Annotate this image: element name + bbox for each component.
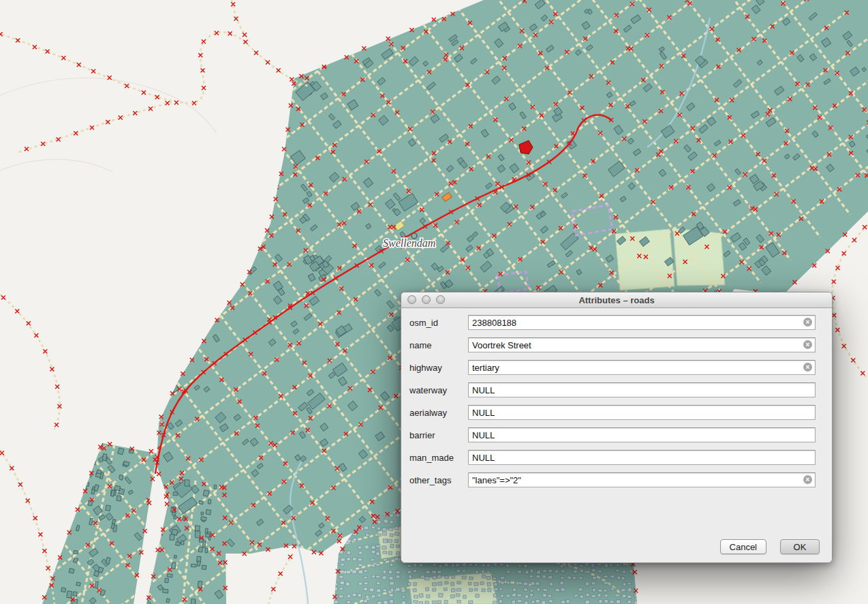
aerialway-input[interactable] — [468, 405, 816, 420]
field-row-highway: highway × — [409, 360, 816, 375]
field-row-other-tags: other_tags × — [409, 472, 816, 487]
other-tags-label: other_tags — [409, 475, 468, 485]
field-row-name: name × — [409, 337, 816, 352]
barrier-input[interactable] — [468, 427, 816, 442]
aerialway-fieldwrap — [468, 405, 816, 420]
highway-label: highway — [409, 363, 468, 373]
attribute-form: osm_id × name × highway × waterway — [401, 308, 832, 487]
cancel-button[interactable]: Cancel — [720, 539, 766, 554]
attributes-dialog: Attributes – roads osm_id × name × highw… — [401, 292, 833, 563]
barrier-label: barrier — [409, 430, 468, 440]
field-row-osm-id: osm_id × — [409, 315, 816, 330]
name-input[interactable] — [468, 337, 816, 352]
man-made-fieldwrap — [468, 450, 816, 465]
window-controls — [407, 295, 445, 304]
highway-input[interactable] — [468, 360, 816, 375]
waterway-input[interactable] — [468, 382, 816, 397]
clear-field-icon[interactable]: × — [803, 318, 812, 327]
osm-id-label: osm_id — [409, 318, 468, 328]
field-row-aerialway: aerialway — [409, 405, 816, 420]
name-fieldwrap: × — [468, 337, 816, 352]
osm-id-input[interactable] — [468, 315, 816, 330]
osm-id-fieldwrap: × — [468, 315, 816, 330]
aerialway-label: aerialway — [409, 408, 468, 418]
name-label: name — [409, 340, 468, 350]
other-tags-input[interactable] — [468, 472, 816, 487]
other-tags-fieldwrap: × — [468, 472, 816, 487]
barrier-fieldwrap — [468, 427, 816, 442]
waterway-label: waterway — [409, 385, 468, 395]
dialog-titlebar[interactable]: Attributes – roads — [401, 292, 832, 308]
zoom-button-icon[interactable] — [436, 295, 445, 304]
place-label-text: Swellendam — [383, 237, 435, 249]
clear-field-icon[interactable]: × — [803, 475, 812, 484]
field-row-barrier: barrier — [409, 427, 816, 442]
highway-fieldwrap: × — [468, 360, 816, 375]
dialog-title: Attributes – roads — [578, 295, 654, 305]
field-row-waterway: waterway — [409, 382, 816, 397]
man-made-input[interactable] — [468, 450, 816, 465]
minimize-button-icon[interactable] — [422, 295, 431, 304]
close-button-icon[interactable] — [407, 295, 416, 304]
clear-field-icon[interactable]: × — [803, 363, 812, 372]
ok-button[interactable]: OK — [780, 539, 820, 554]
dialog-buttons: Cancel OK — [720, 539, 820, 554]
field-row-man-made: man_made — [409, 450, 816, 465]
man-made-label: man_made — [409, 453, 468, 463]
waterway-fieldwrap — [468, 382, 816, 397]
clear-field-icon[interactable]: × — [803, 340, 812, 349]
